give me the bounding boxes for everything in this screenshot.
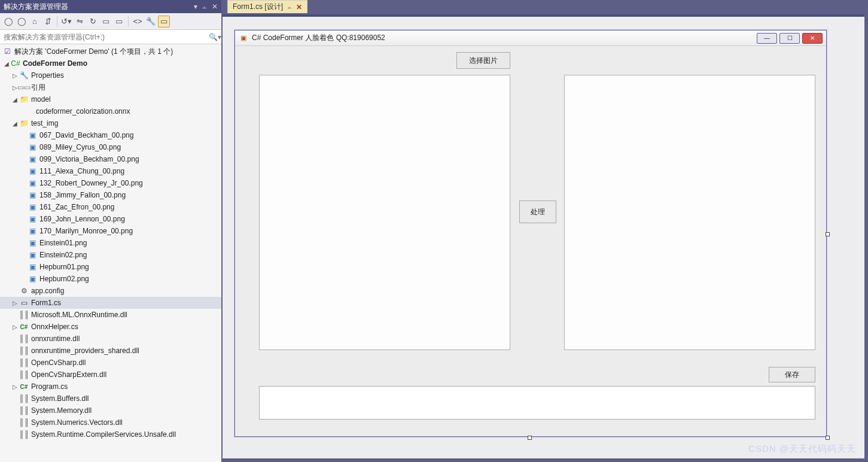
dll-icon: ║║: [19, 334, 29, 344]
image-file-node[interactable]: ▣Einstein01.png: [0, 237, 221, 249]
expand-icon[interactable]: ◢: [11, 120, 19, 127]
image-file-node[interactable]: ▣158_Jimmy_Fallon_00.png: [0, 189, 221, 201]
panel-header: 解决方案资源管理器 ▾ ⫠ ✕: [0, 0, 221, 13]
tb-home-icon[interactable]: ⌂: [29, 16, 41, 28]
tb-collapse-icon[interactable]: ▭: [100, 16, 112, 28]
image-file-label: 132_Robert_Downey_Jr_00.png: [39, 179, 143, 187]
tb-back-icon[interactable]: ◯: [2, 16, 14, 28]
image-file-node[interactable]: ▣161_Zac_Efron_00.png: [0, 201, 221, 213]
image-file-node[interactable]: ▣Hepburn01.png: [0, 261, 221, 273]
solution-label: 解决方案 'CodeFormer Demo' (1 个项目，共 1 个): [14, 47, 173, 57]
solution-tree[interactable]: ☑ 解决方案 'CodeFormer Demo' (1 个项目，共 1 个) ◢…: [0, 44, 221, 462]
references-label: 引用: [31, 83, 45, 93]
panel-pin-icon[interactable]: ⫠: [201, 2, 208, 11]
winform-designer[interactable]: ▣ C# CodeFormer 人脸着色 QQ:819069052 — ☐ ✕ …: [234, 30, 827, 437]
resize-handle-se[interactable]: [826, 436, 830, 440]
dll-node[interactable]: ║║ onnxruntime_providers_shared.dll: [0, 345, 221, 357]
panel-dropdown-icon[interactable]: ▾: [194, 2, 197, 11]
tb-swap-icon[interactable]: ⇵: [42, 16, 54, 28]
form1-label: Form1.cs: [31, 299, 61, 307]
resize-handle-s[interactable]: [528, 436, 532, 440]
image-file-label: Einstein01.png: [39, 239, 87, 247]
expand-icon[interactable]: ◢: [2, 60, 11, 67]
document-tab[interactable]: Form1.cs [设计] ⫠ ✕: [227, 0, 307, 13]
properties-node[interactable]: ▷ 🔧 Properties: [0, 69, 221, 81]
dll-node[interactable]: ║║ System.Numerics.Vectors.dll: [0, 417, 221, 428]
right-image-panel[interactable]: [564, 75, 815, 350]
minimize-icon[interactable]: —: [757, 33, 777, 44]
dll-label: OpenCvSharp.dll: [31, 358, 86, 367]
dll-node[interactable]: ║║ System.Memory.dll: [0, 405, 221, 417]
log-textbox[interactable]: [259, 386, 815, 420]
panel-close-icon[interactable]: ✕: [212, 2, 218, 11]
dll-label: onnxruntime_providers_shared.dll: [31, 346, 139, 355]
tb-showall-icon[interactable]: ▭: [113, 16, 125, 28]
cs-node[interactable]: ▷ C# OnnxHelper.cs: [0, 321, 221, 333]
csproj-icon: C#: [11, 59, 20, 68]
testimg-folder-node[interactable]: ◢ 📁 test_img: [0, 117, 221, 129]
design-surface[interactable]: ▣ C# CodeFormer 人脸着色 QQ:819069052 — ☐ ✕ …: [223, 14, 864, 458]
dll-icon: ║║: [19, 370, 29, 379]
dll-node[interactable]: ║║ OpenCvSharp.dll: [0, 357, 221, 369]
resize-handle-e[interactable]: [826, 232, 830, 236]
model-file-node[interactable]: codeformer_colorization.onnx: [0, 105, 221, 117]
tab-label: Form1.cs [设计]: [233, 2, 283, 12]
expand-icon[interactable]: ▷: [11, 300, 19, 306]
form1-node[interactable]: ▷ ▭ Form1.cs: [0, 297, 221, 309]
model-folder-node[interactable]: ◢ 📁 model: [0, 93, 221, 105]
wrench-icon: 🔧: [19, 71, 29, 80]
image-file-node[interactable]: ▣132_Robert_Downey_Jr_00.png: [0, 177, 221, 189]
dll-node[interactable]: ║║ Microsoft.ML.OnnxRuntime.dll: [0, 309, 221, 321]
dll-label: System.Runtime.CompilerServices.Unsafe.d…: [31, 430, 176, 439]
cs-node[interactable]: ▷ C# Program.cs: [0, 381, 221, 393]
tb-undo-icon[interactable]: ⇋: [74, 16, 86, 28]
pin-icon[interactable]: ⫠: [287, 4, 293, 10]
dll-node[interactable]: ║║ onnxruntime.dll: [0, 333, 221, 345]
dll-label: System.Buffers.dll: [31, 394, 89, 403]
image-file-node[interactable]: ▣089_Miley_Cyrus_00.png: [0, 141, 221, 153]
solution-explorer-panel: 解决方案资源管理器 ▾ ⫠ ✕ ◯ ◯ ⌂ ⇵ ↺▾ ⇋ ↻ ▭ ▭ <> 🔧 …: [0, 0, 221, 462]
image-file-label: Einstein02.png: [39, 251, 87, 259]
image-file-node[interactable]: ▣169_John_Lennon_00.png: [0, 213, 221, 225]
search-icon[interactable]: 🔍▾: [208, 33, 221, 41]
appconfig-node[interactable]: ⚙ app.config: [0, 285, 221, 297]
process-button[interactable]: 处理: [519, 200, 556, 223]
dll-label: Microsoft.ML.OnnxRuntime.dll: [31, 311, 127, 319]
save-button[interactable]: 保存: [769, 367, 815, 382]
tb-refresh-icon[interactable]: ↻: [87, 16, 99, 28]
dll-node[interactable]: ║║ System.Runtime.CompilerServices.Unsaf…: [0, 428, 221, 440]
expand-icon[interactable]: ▷: [11, 72, 19, 79]
solution-node[interactable]: ☑ 解决方案 'CodeFormer Demo' (1 个项目，共 1 个): [0, 45, 221, 57]
select-image-button[interactable]: 选择图片: [456, 52, 510, 69]
panel-title: 解决方案资源管理器: [4, 2, 194, 12]
tb-properties-icon[interactable]: 🔧: [145, 16, 157, 28]
image-file-node[interactable]: ▣Einstein02.png: [0, 249, 221, 261]
image-file-node[interactable]: ▣067_David_Beckham_00.png: [0, 129, 221, 141]
appconfig-label: app.config: [31, 287, 64, 295]
expand-icon[interactable]: ◢: [11, 96, 19, 103]
left-image-panel[interactable]: [259, 75, 510, 350]
search-input[interactable]: [0, 32, 208, 42]
image-file-node[interactable]: ▣170_Marilyn_Monroe_00.png: [0, 225, 221, 237]
tb-forward-icon[interactable]: ◯: [16, 16, 28, 28]
watermark: CSDN @天天代码码天天: [748, 443, 856, 455]
image-file-node[interactable]: ▣099_Victoria_Beckham_00.png: [0, 153, 221, 165]
tb-preview-icon[interactable]: ▭: [158, 16, 170, 28]
image-file-node[interactable]: ▣Hepburn02.png: [0, 273, 221, 285]
solution-toolbar: ◯ ◯ ⌂ ⇵ ↺▾ ⇋ ↻ ▭ ▭ <> 🔧 ▭: [0, 13, 221, 30]
project-node[interactable]: ◢ C# CodeFormer Demo: [0, 57, 221, 69]
dll-node[interactable]: ║║ OpenCvSharpExtern.dll: [0, 369, 221, 381]
close-tab-icon[interactable]: ✕: [296, 3, 302, 11]
maximize-icon[interactable]: ☐: [779, 33, 800, 44]
close-icon[interactable]: ✕: [802, 33, 823, 44]
tb-code-icon[interactable]: <>: [132, 16, 144, 28]
tb-sync-icon[interactable]: ↺▾: [60, 16, 72, 28]
dll-icon: ║║: [19, 430, 29, 439]
image-icon: ▣: [28, 238, 37, 248]
dll-node[interactable]: ║║ System.Buffers.dll: [0, 393, 221, 405]
image-icon: ▣: [28, 142, 37, 152]
expand-icon[interactable]: ▷: [11, 384, 19, 390]
image-file-node[interactable]: ▣111_Alexa_Chung_00.png: [0, 165, 221, 177]
references-node[interactable]: ▷ ▭▭ 引用: [0, 81, 221, 93]
expand-icon[interactable]: ▷: [11, 324, 19, 330]
